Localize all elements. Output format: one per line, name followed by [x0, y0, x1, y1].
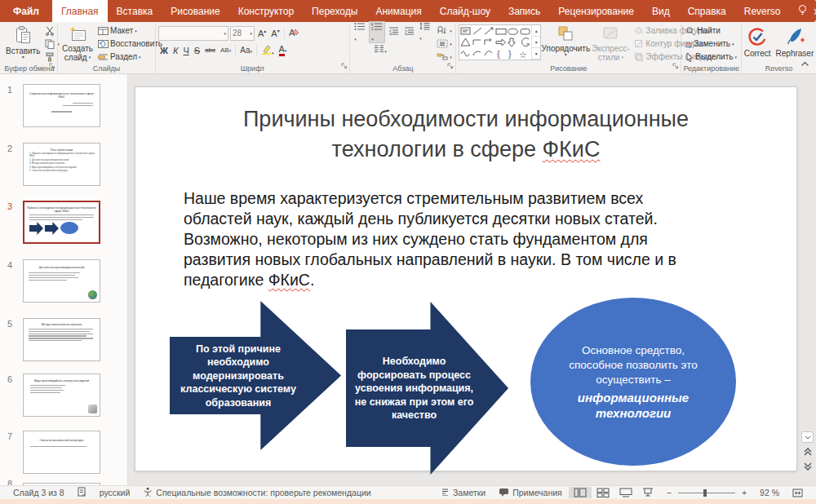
section-button[interactable]: Раздел▾ [96, 51, 164, 63]
slide-body-text[interactable]: Наше время характеризуется стремительным… [184, 188, 712, 290]
slide-thumbnail-2[interactable]: План презентации 1. Причины необходимост… [23, 143, 100, 186]
diagram-ellipse-shape[interactable]: Основное средство, способное позволить э… [530, 298, 736, 466]
diagram-arrow-shape-2[interactable]: Необходимо форсировать процесс усвоения … [346, 302, 508, 475]
slide-canvas[interactable]: Причины необходимости информационные тех… [128, 74, 816, 485]
comments-toggle[interactable]: Примечания [492, 488, 569, 498]
clear-formatting-button[interactable]: А [287, 28, 301, 39]
font-group-label: Шрифт [156, 64, 349, 73]
font-name-combo[interactable]: ▾ [158, 26, 228, 41]
lightbulb-icon [797, 4, 808, 19]
columns-button[interactable]: ▾ [372, 45, 388, 55]
shrink-font-button[interactable]: А▾ [269, 28, 281, 38]
bold-button[interactable]: Ж [158, 46, 170, 55]
slide-title-line2: технологии в сфере [332, 137, 543, 161]
highlight-color-button[interactable]: ▾ [259, 45, 276, 56]
slide-title[interactable]: Причины необходимости информационные тех… [135, 104, 796, 165]
slide-thumbnail-3-selected[interactable]: Причины необходимости информационные тех… [23, 201, 100, 244]
italic-button[interactable]: К [171, 46, 180, 55]
character-spacing-button[interactable]: АВ▾ [219, 46, 233, 54]
clipboard-dialog-launcher[interactable] [49, 58, 55, 73]
change-case-button[interactable]: Аа▾ [238, 46, 254, 55]
bullets-button[interactable]: ▾ [353, 22, 367, 42]
tab-file[interactable]: Файл [0, 0, 52, 22]
shapes-gallery[interactable]: { } ☆ ▴▾▾ [459, 24, 541, 60]
tab-animations[interactable]: Анимация [366, 0, 430, 22]
slide-sorter-view-button[interactable] [592, 487, 614, 498]
underline-button[interactable]: Ч [181, 46, 190, 55]
thumb7-title: Список использованной литературы [26, 439, 97, 442]
select-button[interactable]: Выделить▾ [684, 51, 738, 63]
tab-review[interactable]: Рецензирование [549, 0, 643, 22]
scroll-down-button[interactable] [801, 431, 814, 443]
grow-font-button[interactable]: А▴ [256, 28, 268, 38]
slides-group-label: Слайды [58, 64, 155, 73]
slide-thumbnail-4[interactable]: Достоинства мультимедиатехнологий [23, 259, 100, 303]
proofing-status[interactable] [71, 487, 93, 498]
tell-me-box[interactable]: Что вы хотите сделать? [789, 0, 816, 22]
slide-thumbnail-panel[interactable]: 1 Современные информационные технологии … [0, 74, 128, 485]
text-shadow-button[interactable]: S [193, 46, 202, 55]
layout-button[interactable]: Макет▾ [96, 24, 164, 37]
tab-home[interactable]: Главная [52, 0, 108, 22]
main-area: 1 Современные информационные технологии … [0, 74, 816, 485]
previous-slide-button[interactable] [801, 446, 814, 458]
arrange-button[interactable]: Упорядочить ▾ [543, 24, 588, 63]
slide-thumbnail-6[interactable]: Виды мультимедийных электронных изданий [23, 374, 100, 417]
accessibility-checker[interactable]: Специальные возможности: проверьте реком… [136, 487, 377, 498]
text-direction-button[interactable]: ▾ [435, 24, 454, 37]
tab-design[interactable]: Конструктор [229, 0, 303, 22]
thumb1-title: Современные информационные технологии в … [26, 92, 97, 99]
fit-to-window-button[interactable] [786, 489, 809, 497]
decrease-indent-button[interactable] [387, 27, 401, 37]
quick-styles-button[interactable]: Экспресс- стили▾ [590, 24, 631, 63]
tab-record[interactable]: Запись [499, 0, 549, 22]
language-indicator[interactable]: русский [93, 488, 137, 497]
reading-view-button[interactable] [614, 487, 637, 498]
tab-help[interactable]: Справка [679, 0, 735, 22]
tab-view[interactable]: Вид [643, 0, 679, 22]
paragraph-dialog-launcher[interactable] [447, 58, 454, 73]
normal-view-button[interactable] [569, 487, 592, 498]
zoom-slider[interactable] [678, 493, 735, 493]
find-button[interactable]: Найти [684, 24, 738, 37]
numbering-button[interactable]: ▾ [369, 21, 385, 43]
slide-thumbnail-5[interactable]: Методы компьютерного обучения [23, 318, 100, 361]
zoom-slider-thumb[interactable] [703, 489, 707, 497]
slide-title-misspelled-word: ФКиС [543, 137, 601, 161]
zoom-level[interactable]: 92 % [753, 488, 786, 497]
font-dialog-launcher[interactable] [341, 58, 348, 73]
font-color-button[interactable]: А▾ [277, 44, 289, 56]
new-slide-button[interactable]: Создать слайд▾ [60, 24, 95, 63]
align-text-button[interactable]: ▾ [435, 38, 454, 50]
tab-transitions[interactable]: Переходы [303, 0, 366, 22]
slide-thumbnail-7[interactable]: Список использованной литературы [23, 431, 100, 474]
diagram-arrow-shape-1[interactable]: По этой причине необходимо модернизирова… [170, 301, 341, 450]
increase-indent-button[interactable] [402, 27, 416, 37]
slide-number-indicator[interactable]: Слайд 3 из 8 [7, 488, 71, 497]
zoom-out-button[interactable]: − [659, 488, 673, 497]
shapes-gallery-scrollbar[interactable]: ▴▾▾ [531, 25, 540, 60]
slide-body-misspelled-word: ФКиС [268, 271, 310, 289]
drawing-dialog-launcher[interactable] [672, 58, 679, 73]
notes-toggle[interactable]: Заметки [434, 488, 492, 498]
thumb4-image [88, 290, 97, 299]
replace-button[interactable]: abЗаменить▾ [684, 38, 738, 50]
quick-styles-icon [601, 26, 619, 44]
tab-draw[interactable]: Рисование [162, 0, 228, 22]
font-size-combo[interactable]: 28▾ [230, 26, 255, 41]
tab-slideshow[interactable]: Слайд-шоу [431, 0, 499, 22]
collapse-ribbon-button[interactable] [800, 55, 809, 70]
paste-button[interactable]: Вставить ▾ [4, 24, 42, 63]
reverso-correct-button[interactable]: Correct [743, 24, 773, 63]
strikethrough-button[interactable]: abc [203, 46, 217, 54]
thumb-number-1: 1 [7, 85, 19, 95]
tab-insert[interactable]: Вставка [108, 0, 162, 22]
reset-button[interactable]: Восстановить [96, 38, 164, 50]
slide-thumbnail-1[interactable]: Современные информационные технологии в … [23, 84, 100, 127]
line-spacing-button[interactable]: ▾ [418, 22, 432, 42]
zoom-in-button[interactable]: + [740, 488, 753, 497]
next-slide-button[interactable] [801, 461, 814, 472]
tab-reverso[interactable]: Reverso [735, 0, 790, 22]
slideshow-view-button[interactable] [637, 487, 659, 498]
slide-editing-surface[interactable]: Причины необходимости информационные тех… [135, 86, 797, 471]
